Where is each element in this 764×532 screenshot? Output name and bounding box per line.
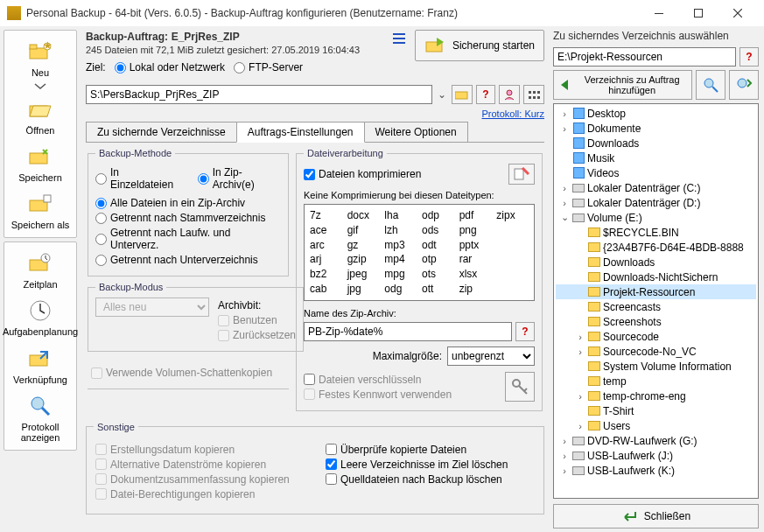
tree-twisty[interactable]: ›: [559, 436, 570, 446]
settings-icon-button[interactable]: [523, 85, 544, 104]
close-dialog-button[interactable]: Schließen: [553, 504, 759, 528]
minimize-button[interactable]: [639, 0, 678, 26]
tree-label: Desktop: [587, 108, 626, 120]
method-root[interactable]: Getrennt nach Stammverzeichnis: [95, 212, 281, 224]
target-ftp-radio[interactable]: FTP-Server: [234, 61, 303, 74]
maxsize-select[interactable]: unbegrenzt: [447, 346, 535, 366]
tree-twisty[interactable]: ⌄: [559, 212, 570, 223]
tree-twisty[interactable]: ›: [575, 332, 585, 342]
tree-label: USB-Laufwerk (K:): [587, 465, 675, 477]
tree-help[interactable]: ?: [739, 47, 759, 66]
archivbit-reset: Zurücksetzen: [218, 329, 296, 341]
method-zip[interactable]: In Zip-Archiv(e): [198, 166, 281, 191]
start-backup-button[interactable]: Sicherung starten: [415, 30, 544, 61]
method-subdir[interactable]: Getrennt nach Unterverzeichnis: [95, 254, 281, 266]
tree-row[interactable]: › Desktop: [556, 106, 756, 121]
browse-button[interactable]: [452, 85, 473, 104]
tree-twisty[interactable]: ›: [575, 391, 585, 402]
misc-check: Alternative Datenströme kopieren: [95, 458, 305, 471]
filetype-cell: otp: [422, 252, 454, 267]
directory-tree[interactable]: › Desktop › Dokumente Downloads Musik Vi…: [553, 103, 759, 499]
tree-row[interactable]: › USB-Laufwerk (K:): [556, 463, 756, 478]
tree-row[interactable]: › Dokumente: [556, 121, 756, 136]
tree-row[interactable]: T-Shirt: [556, 403, 756, 418]
maximize-button[interactable]: [678, 0, 718, 26]
tab-settings[interactable]: Auftrags-Einstellungen: [236, 122, 365, 143]
misc-group: Sonstige Erstellungsdatum kopieren Alter…: [86, 422, 544, 514]
sidebar-schedule[interactable]: Zeitplan: [6, 248, 74, 291]
tree-twisty[interactable]: ›: [559, 466, 570, 476]
filetype-cell: lzh: [384, 223, 417, 238]
user-button[interactable]: [499, 85, 520, 104]
tree-row[interactable]: › Lokaler Datenträger (D:): [556, 195, 756, 210]
tree-row[interactable]: Screenshots: [556, 314, 756, 329]
tree-icon: [587, 242, 601, 254]
sidebar-new[interactable]: ★Neu: [6, 36, 74, 80]
tree-row[interactable]: $RECYCLE.BIN: [556, 225, 756, 240]
method-allzip[interactable]: Alle Dateien in ein Zip-Archiv: [95, 197, 281, 209]
target-local-radio[interactable]: Lokal oder Netzwerk: [115, 61, 225, 74]
tree-twisty[interactable]: ›: [559, 198, 570, 208]
tree-row[interactable]: ⌄ Volume (E:): [556, 210, 756, 225]
tree-row[interactable]: › Sourcecode: [556, 329, 756, 344]
target-label: Ziel:: [86, 61, 106, 74]
tab-dirs[interactable]: Zu sichernde Verzeichnisse: [86, 122, 237, 142]
tree-twisty[interactable]: ›: [559, 451, 570, 461]
tab-more[interactable]: Weitere Optionen: [364, 122, 468, 142]
misc-check[interactable]: Quelldateien nach Backup löschen: [326, 473, 535, 486]
sidebar-protocol[interactable]: Protokoll anzeigen: [6, 390, 74, 444]
zip-name-help[interactable]: ?: [515, 322, 535, 341]
tree-twisty[interactable]: ›: [575, 346, 585, 357]
tree-icon: [587, 286, 601, 298]
tree-row[interactable]: Downloads: [556, 255, 756, 270]
dropdown-icon[interactable]: ⌄: [436, 88, 448, 101]
tree-label: Projekt-Ressourcen: [603, 286, 695, 298]
sidebar-save-as[interactable]: Speichern als: [6, 188, 74, 232]
tree-row[interactable]: › Users: [556, 418, 756, 433]
tree-row[interactable]: {23A4B7F6-D64E-4BDB-8888: [556, 240, 756, 255]
method-drive[interactable]: Getrennt nach Laufw. und Unterverz.: [95, 227, 281, 251]
tree-refresh-button[interactable]: [729, 70, 759, 100]
tree-row[interactable]: › DVD-RW-Laufwerk (G:): [556, 433, 756, 448]
add-dir-button[interactable]: Verzeichnis zu Auftrag hinzufügen: [553, 70, 692, 100]
tree-row[interactable]: Downloads-NichtSichern: [556, 270, 756, 284]
tree-twisty[interactable]: ›: [559, 183, 570, 193]
edit-types-button[interactable]: [508, 164, 535, 185]
tree-row[interactable]: temp: [556, 374, 756, 388]
sidebar-open[interactable]: Öffnen: [6, 94, 74, 137]
tree-row[interactable]: › USB-Laufwerk (J:): [556, 448, 756, 463]
tree-label: Downloads: [603, 256, 655, 269]
tree-row[interactable]: › Sourcecode-No_VC: [556, 344, 756, 359]
svg-rect-0: [655, 13, 663, 14]
close-button[interactable]: [718, 0, 757, 26]
tree-row[interactable]: Videos: [556, 165, 756, 180]
tree-row[interactable]: Downloads: [556, 136, 756, 150]
method-single[interactable]: In Einzeldateien: [95, 166, 182, 191]
tree-row[interactable]: › Lokaler Datenträger (C:): [556, 180, 756, 195]
tree-row[interactable]: Musik: [556, 150, 756, 165]
target-path-input[interactable]: [86, 85, 432, 104]
hamburger-menu-icon[interactable]: [390, 30, 408, 47]
tree-row[interactable]: Screencasts: [556, 299, 756, 314]
tree-icon: [571, 167, 585, 179]
tree-row[interactable]: System Volume Information: [556, 359, 756, 374]
sidebar-save[interactable]: Speichern: [6, 141, 74, 185]
tree-path-input[interactable]: [553, 47, 736, 66]
sidebar-taskplan[interactable]: Aufgabenplanung: [6, 295, 74, 339]
tree-twisty[interactable]: ›: [575, 421, 585, 431]
tree-twisty[interactable]: ›: [559, 123, 570, 134]
tree-search-button[interactable]: [696, 70, 725, 100]
encrypt-checkbox[interactable]: Dateien verschlüsseln: [304, 374, 498, 386]
compress-checkbox[interactable]: Dateien komprimieren: [304, 168, 421, 180]
sidebar-shortcut[interactable]: Verknüpfung: [6, 343, 74, 387]
misc-check[interactable]: Leere Verzeichnisse im Ziel löschen: [326, 458, 535, 471]
tree-row[interactable]: › temp-chrome-eng: [556, 388, 756, 403]
tree-twisty[interactable]: ›: [559, 108, 570, 119]
misc-check[interactable]: Überprüfe kopierte Dateien: [326, 444, 535, 456]
tree-row[interactable]: Projekt-Ressourcen: [556, 284, 756, 299]
protocol-link[interactable]: Protokoll: Kurz: [481, 108, 544, 119]
help-button[interactable]: ?: [476, 85, 495, 104]
tree-icon: [587, 331, 601, 343]
key-button[interactable]: [505, 372, 535, 402]
zip-name-input[interactable]: [304, 322, 512, 341]
